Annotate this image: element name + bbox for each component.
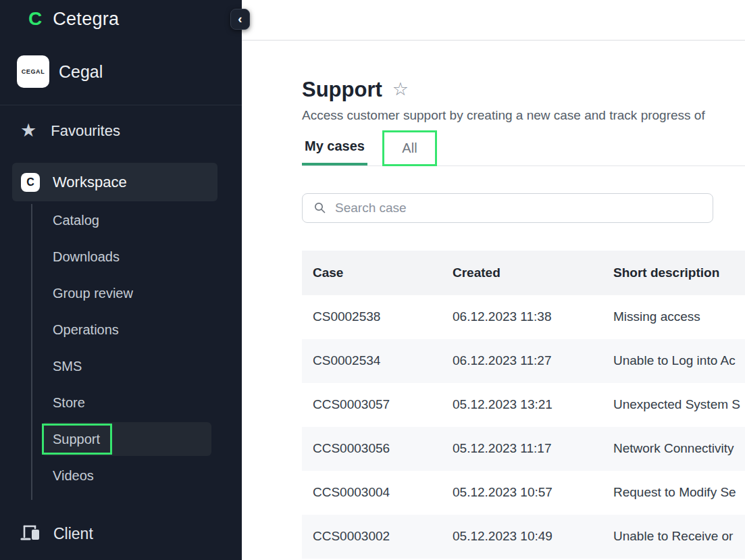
sidebar-item-group-review[interactable]: Group review <box>0 275 242 311</box>
videos-label: Videos <box>53 468 94 484</box>
sidebar-item-support[interactable]: Support <box>0 421 242 457</box>
cases-table: Case Created Short description CS0002538… <box>302 251 745 559</box>
tab-all[interactable]: All <box>402 141 417 156</box>
sidebar-collapse-button[interactable]: ‹ <box>230 9 250 30</box>
support-label: Support <box>53 432 100 447</box>
annotation-box-all: All <box>382 130 437 166</box>
table-row[interactable]: CCS0003057 05.12.2023 13:21 Unexpected S… <box>302 383 745 427</box>
table-body: CS0002538 06.12.2023 11:38 Missing acces… <box>302 295 745 559</box>
cell-case-number: CCS0003057 <box>313 397 453 412</box>
topbar <box>242 0 745 41</box>
page-subtitle: Access customer support by creating a ne… <box>302 108 745 123</box>
search-case-box[interactable] <box>302 193 713 223</box>
column-header-created: Created <box>453 265 613 280</box>
tabs-bar: My cases All <box>302 130 745 166</box>
cell-short-description: Unexpected System S <box>613 397 745 412</box>
cell-short-description: Unable to Log into Ac <box>613 353 745 368</box>
sidebar-item-cegal[interactable]: CEGAL Cegal <box>17 55 103 88</box>
cell-created: 06.12.2023 11:27 <box>453 353 613 368</box>
cell-created: 05.12.2023 13:21 <box>453 397 613 412</box>
sidebar-item-favourites[interactable]: ★ Favourites <box>20 122 120 140</box>
cell-created: 05.12.2023 10:57 <box>453 485 613 500</box>
chevron-left-icon: ‹ <box>238 12 242 25</box>
cell-case-number: CS0002534 <box>313 353 453 368</box>
tab-my-cases[interactable]: My cases <box>302 130 367 166</box>
client-label: Client <box>53 525 93 543</box>
search-icon <box>314 202 326 213</box>
sidebar-item-sms[interactable]: SMS <box>0 348 242 384</box>
support-page: Support ☆ Access customer support by cre… <box>242 78 745 559</box>
sidebar-divider <box>0 105 242 105</box>
favourites-label: Favourites <box>51 122 120 140</box>
table-row[interactable]: CS0002534 06.12.2023 11:27 Unable to Log… <box>302 339 745 383</box>
group-review-label: Group review <box>53 286 133 301</box>
column-header-case: Case <box>313 265 453 280</box>
favourite-star-icon[interactable]: ☆ <box>392 80 409 99</box>
workspace-label: Workspace <box>53 174 127 191</box>
cell-created: 05.12.2023 10:49 <box>453 529 613 544</box>
cell-short-description: Request to Modify Se <box>613 485 745 500</box>
cell-short-description: Missing access <box>613 309 745 324</box>
store-label: Store <box>53 395 85 411</box>
cell-created: 06.12.2023 11:38 <box>453 309 613 324</box>
sidebar-item-operations[interactable]: Operations <box>0 311 242 348</box>
cell-short-description: Unable to Receive or <box>613 529 745 544</box>
search-case-input[interactable] <box>334 200 685 216</box>
downloads-label: Downloads <box>53 249 120 265</box>
cetegra-logo-icon: C <box>28 8 42 30</box>
sidebar-item-downloads[interactable]: Downloads <box>0 238 242 275</box>
sidebar-item-catalog[interactable]: Catalog <box>0 202 242 238</box>
star-icon: ★ <box>20 122 36 140</box>
cell-case-number: CCS0003004 <box>313 485 453 500</box>
operations-label: Operations <box>53 322 119 338</box>
cell-short-description: Network Connectivity <box>613 441 745 456</box>
sidebar-item-client[interactable]: Client <box>20 524 93 544</box>
cegal-label: Cegal <box>59 62 103 82</box>
table-row[interactable]: CS0002538 06.12.2023 11:38 Missing acces… <box>302 295 745 339</box>
table-row[interactable]: CCS0003004 05.12.2023 10:57 Request to M… <box>302 471 745 515</box>
devices-icon <box>20 524 42 544</box>
cell-created: 05.12.2023 11:17 <box>453 441 613 456</box>
table-row[interactable]: CCS0003002 05.12.2023 10:49 Unable to Re… <box>302 515 745 559</box>
cell-case-number: CCS0003002 <box>313 529 453 544</box>
workspace-logo-icon: C <box>21 173 40 192</box>
app-name: Cetegra <box>53 9 119 30</box>
main-panel: Support ☆ Access customer support by cre… <box>242 0 745 560</box>
sidebar: C Cetegra ‹ CEGAL Cegal ★ Favourites C W… <box>0 0 242 560</box>
table-row[interactable]: CCS0003056 05.12.2023 11:17 Network Conn… <box>302 427 745 471</box>
column-header-short-description: Short description <box>613 265 745 280</box>
cell-case-number: CS0002538 <box>313 309 453 324</box>
sms-label: SMS <box>53 359 82 374</box>
app-header: C Cetegra <box>28 8 119 30</box>
workspace-nav-list: Catalog Downloads Group review Operation… <box>0 202 242 494</box>
catalog-label: Catalog <box>53 213 99 228</box>
sidebar-item-workspace[interactable]: C Workspace <box>12 163 217 201</box>
sidebar-item-store[interactable]: Store <box>0 384 242 421</box>
cegal-logo-icon: CEGAL <box>17 55 49 88</box>
cell-case-number: CCS0003056 <box>313 441 453 456</box>
table-header-row: Case Created Short description <box>302 251 745 295</box>
page-title: Support <box>302 78 382 102</box>
sidebar-item-videos[interactable]: Videos <box>0 457 242 494</box>
